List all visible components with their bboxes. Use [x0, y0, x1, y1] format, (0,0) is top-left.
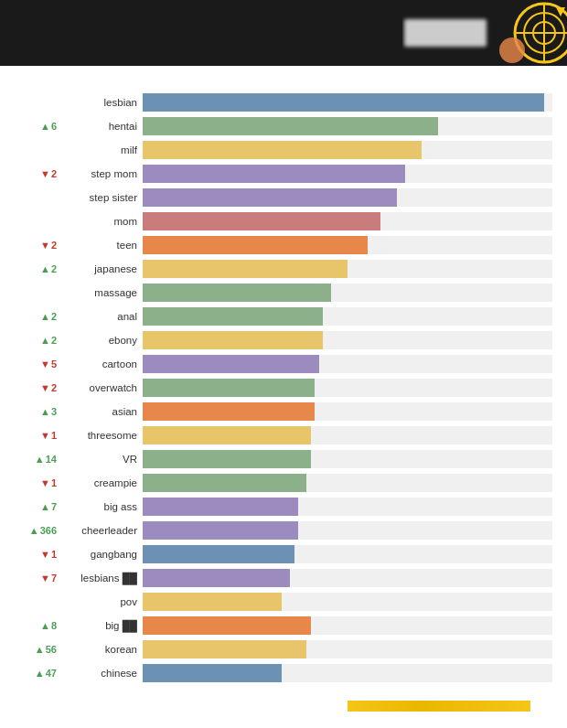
rank-number: 1	[51, 430, 57, 441]
bar-label: lesbian	[60, 97, 143, 108]
header-right	[402, 0, 567, 66]
bar-row: lesbians ██	[60, 567, 552, 589]
down-arrow-icon	[40, 573, 51, 583]
bar-label: anal	[60, 311, 143, 322]
rank-item: 5	[16, 353, 60, 375]
bar-fill	[143, 569, 290, 587]
bar-fill	[143, 307, 323, 326]
bar-fill	[143, 188, 397, 207]
bar-fill	[143, 93, 544, 112]
bar-fill	[143, 117, 438, 135]
bar-fill	[143, 402, 315, 421]
bar-row: asian	[60, 401, 552, 423]
bar-label: big ██	[60, 620, 143, 631]
bar-row: massage	[60, 282, 552, 304]
down-arrow-icon	[40, 382, 51, 393]
bar-fill	[143, 331, 323, 349]
up-arrow-icon	[40, 620, 51, 631]
rank-item: 7	[16, 496, 60, 518]
rank-number: 2	[51, 335, 57, 346]
bar-fill	[143, 593, 282, 611]
down-arrow-icon	[40, 240, 51, 251]
bar-container	[143, 450, 552, 468]
bar-row: anal	[60, 305, 552, 327]
rank-number: 6	[51, 121, 57, 132]
rank-item: 2	[16, 163, 60, 185]
rank-item: 2	[16, 305, 60, 327]
bar-fill	[143, 545, 294, 563]
rank-number: 14	[46, 454, 57, 465]
bar-row: step sister	[60, 187, 552, 209]
bar-row: gangbang	[60, 543, 552, 565]
bar-row: cheerleader	[60, 519, 552, 541]
bar-fill	[143, 165, 405, 183]
rank-number: 1	[51, 477, 57, 488]
up-arrow-icon	[29, 525, 40, 536]
up-arrow-icon	[40, 406, 51, 417]
bars-section: lesbianhentaimilfstep momstep sistermomt…	[60, 91, 552, 686]
rank-number: 8	[51, 620, 57, 631]
bar-row: teen	[60, 234, 552, 256]
rank-item: 6	[16, 115, 60, 137]
bar-label: mom	[60, 216, 143, 227]
rank-number: 7	[51, 573, 57, 583]
header-blur-box	[404, 19, 487, 47]
bar-label: lesbians ██	[60, 573, 143, 583]
bar-container	[143, 593, 552, 611]
bar-row: ebony	[60, 329, 552, 351]
bar-label: massage	[60, 287, 143, 298]
bar-fill	[143, 284, 331, 302]
rank-item	[16, 210, 60, 232]
bar-row: overwatch	[60, 377, 552, 399]
bar-row: pov	[60, 591, 552, 613]
bar-fill	[143, 355, 319, 373]
rank-item: 2	[16, 377, 60, 399]
rank-number: 2	[51, 168, 57, 179]
bar-container	[143, 545, 552, 563]
bar-label: korean	[60, 644, 143, 655]
bar-row: step mom	[60, 163, 552, 185]
bar-row: mom	[60, 210, 552, 232]
bar-label: threesome	[60, 430, 143, 441]
bar-container	[143, 93, 552, 112]
bar-container	[143, 498, 552, 516]
bar-row: lesbian	[60, 91, 552, 113]
rank-number: 1	[51, 549, 57, 560]
up-arrow-icon	[35, 668, 46, 679]
bar-container	[143, 616, 552, 635]
down-arrow-icon	[40, 430, 51, 441]
bar-label: cheerleader	[60, 525, 143, 536]
bar-label: chinese	[60, 668, 143, 679]
rank-item: 2	[16, 234, 60, 256]
bar-fill	[143, 664, 282, 682]
bar-row: big ass	[60, 496, 552, 518]
up-arrow-icon	[40, 335, 51, 346]
rank-item	[16, 187, 60, 209]
bar-row: japanese	[60, 258, 552, 280]
bar-container	[143, 664, 552, 682]
logo-wrapper	[15, 16, 16, 48]
bar-label: japanese	[60, 263, 143, 274]
up-arrow-icon	[35, 454, 46, 465]
up-arrow-icon	[40, 263, 51, 274]
bar-container	[143, 260, 552, 278]
rank-column: 622222523114173661785647	[16, 91, 60, 686]
bar-container	[143, 355, 552, 373]
up-arrow-icon	[40, 311, 51, 322]
rank-number: 2	[51, 311, 57, 322]
bar-container	[143, 284, 552, 302]
rank-number: 47	[46, 668, 57, 679]
bar-container	[143, 117, 552, 135]
bar-label: asian	[60, 406, 143, 417]
bar-row: milf	[60, 139, 552, 161]
bar-fill	[143, 640, 306, 658]
bar-container	[143, 188, 552, 207]
bar-fill	[143, 379, 315, 397]
bar-fill	[143, 474, 306, 492]
bar-fill	[143, 212, 380, 230]
bar-label: gangbang	[60, 549, 143, 560]
bar-container	[143, 141, 552, 159]
bar-fill	[143, 236, 368, 254]
rank-number: 5	[51, 359, 57, 369]
bar-label: hentai	[60, 121, 143, 132]
